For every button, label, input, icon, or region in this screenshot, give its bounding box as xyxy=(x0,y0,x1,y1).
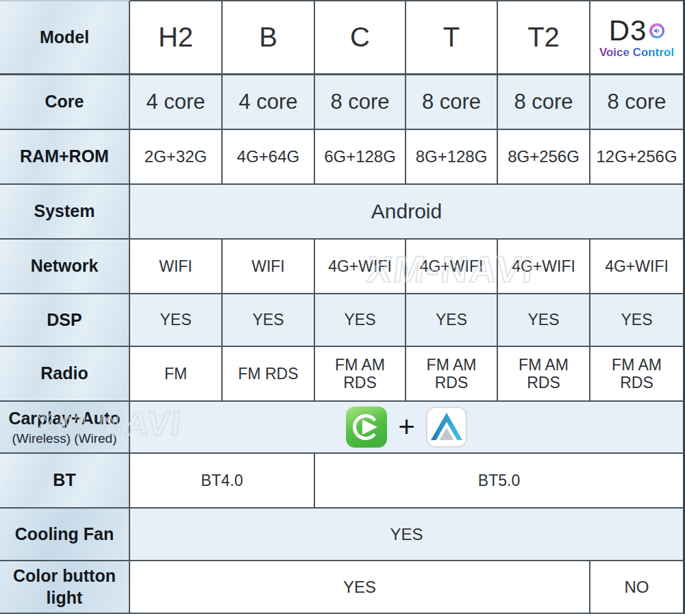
voice-control-label: Voice Control xyxy=(599,47,674,58)
color-light-value: NO xyxy=(625,578,649,597)
cell-model-t: T xyxy=(406,0,498,75)
row-label-text: Model xyxy=(40,27,89,48)
core-value: 8 core xyxy=(607,90,666,114)
dsp-value: YES xyxy=(344,311,375,329)
cell-model-d3: D3 Voice Control xyxy=(590,0,685,75)
ram-value: 2G+32G xyxy=(145,147,207,166)
cell-core-c: 8 core xyxy=(315,75,406,130)
cell-bt-c-d3: BT5.0 xyxy=(315,454,685,509)
model-name: T2 xyxy=(527,22,560,53)
row-label-network: Network xyxy=(0,240,130,294)
cell-dsp-t2: YES xyxy=(498,294,590,347)
ram-value: 8G+128G xyxy=(416,147,488,166)
cell-core-h2: 4 core xyxy=(130,75,223,130)
voice-control-icon xyxy=(649,23,664,38)
cell-ram-d3: 12G+256G xyxy=(590,130,685,185)
cell-dsp-h2: YES xyxy=(130,294,223,347)
row-label-cooling-fan: Cooling Fan xyxy=(0,509,130,561)
row-label-text: Cooling Fan xyxy=(15,524,114,545)
cell-system-all: Android xyxy=(130,185,685,240)
core-value: 8 core xyxy=(330,90,389,114)
dsp-value: YES xyxy=(252,311,284,329)
cell-core-b: 4 core xyxy=(223,75,315,130)
model-name: H2 xyxy=(158,22,193,53)
dsp-value: YES xyxy=(527,311,559,329)
cell-core-d3: 8 core xyxy=(590,75,685,130)
cell-carplay-all: + xyxy=(130,402,685,454)
dsp-value: YES xyxy=(436,311,467,329)
cell-network-h2: WIFI xyxy=(130,240,223,294)
ram-value: 8G+256G xyxy=(508,147,580,166)
android-auto-icon xyxy=(426,407,467,448)
row-label-text: System xyxy=(34,201,95,222)
row-label-subtext: (Wireless) (Wired) xyxy=(12,431,116,447)
cell-core-t: 8 core xyxy=(406,75,498,130)
network-value: WIFI xyxy=(251,257,285,276)
ram-value: 6G+128G xyxy=(324,147,396,166)
row-label-text: Core xyxy=(45,91,84,112)
dsp-value: YES xyxy=(160,311,191,329)
radio-value: FM AM RDS xyxy=(604,356,670,392)
cell-color-light-others: YES xyxy=(130,561,590,614)
network-value: 4G+WIFI xyxy=(420,257,484,276)
cell-radio-b: FM RDS xyxy=(223,347,315,402)
row-label-text: Color button light xyxy=(5,565,123,608)
core-value: 8 core xyxy=(422,90,481,114)
core-value: 4 core xyxy=(238,90,297,114)
cell-network-c: 4G+WIFI xyxy=(315,240,406,294)
bt-value: BT5.0 xyxy=(478,472,520,490)
row-label-text: Carplay+Auto xyxy=(8,408,120,429)
cell-color-light-d3: NO xyxy=(590,561,685,614)
cell-ram-b: 4G+64G xyxy=(223,130,315,185)
system-value: Android xyxy=(371,200,442,223)
row-label-dsp: DSP xyxy=(0,294,130,347)
cell-model-c: C xyxy=(315,0,406,75)
cell-network-b: WIFI xyxy=(223,240,315,294)
d3-logo: D3 Voice Control xyxy=(599,16,674,58)
cell-radio-t2: FM AM RDS xyxy=(498,347,590,402)
cell-network-t: 4G+WIFI xyxy=(406,240,498,294)
cell-dsp-t: YES xyxy=(406,294,498,347)
cell-model-b: B xyxy=(223,0,315,75)
network-value: WIFI xyxy=(159,257,192,276)
row-label-carplay: Carplay+Auto (Wireless) (Wired) xyxy=(0,402,130,454)
row-label-ram: RAM+ROM xyxy=(0,130,130,185)
model-name: B xyxy=(259,22,277,53)
row-label-system: System xyxy=(0,185,130,240)
cell-model-h2: H2 xyxy=(130,0,223,75)
network-value: 4G+WIFI xyxy=(512,257,575,276)
row-label-radio: Radio xyxy=(0,347,130,402)
spec-table: Model H2 B C T T2 D3 Voice Control Core … xyxy=(0,0,685,614)
cell-radio-d3: FM AM RDS xyxy=(590,347,685,402)
cell-network-t2: 4G+WIFI xyxy=(498,240,590,294)
row-label-text: Network xyxy=(31,255,99,277)
radio-value: FM RDS xyxy=(238,365,298,383)
radio-value: FM AM RDS xyxy=(419,356,484,392)
cell-dsp-c: YES xyxy=(315,294,406,347)
row-label-bt: BT xyxy=(0,454,130,509)
row-label-text: RAM+ROM xyxy=(20,146,109,167)
cell-core-t2: 8 core xyxy=(498,75,590,130)
plus-sign: + xyxy=(398,413,415,441)
cell-radio-h2: FM xyxy=(130,347,223,402)
network-value: 4G+WIFI xyxy=(605,257,669,276)
cell-radio-t: FM AM RDS xyxy=(406,347,498,402)
cell-network-d3: 4G+WIFI xyxy=(590,240,685,294)
cell-dsp-d3: YES xyxy=(590,294,685,347)
cooling-value: YES xyxy=(390,525,423,544)
row-label-text: BT xyxy=(53,470,75,491)
cell-ram-c: 6G+128G xyxy=(315,130,406,185)
row-label-model: Model xyxy=(0,0,130,75)
model-name: T xyxy=(443,22,460,53)
radio-value: FM AM RDS xyxy=(327,356,393,392)
dsp-value: YES xyxy=(621,311,652,329)
core-value: 8 core xyxy=(514,90,573,114)
radio-value: FM AM RDS xyxy=(511,356,577,392)
ram-value: 12G+256G xyxy=(596,147,677,166)
spec-comparison-page: Model H2 B C T T2 D3 Voice Control Core … xyxy=(0,0,685,616)
ram-value: 4G+64G xyxy=(237,147,299,166)
carplay-icon xyxy=(346,407,387,448)
cell-model-t2: T2 xyxy=(498,0,590,75)
color-light-value: YES xyxy=(343,578,376,597)
cell-ram-t2: 8G+256G xyxy=(498,130,590,185)
